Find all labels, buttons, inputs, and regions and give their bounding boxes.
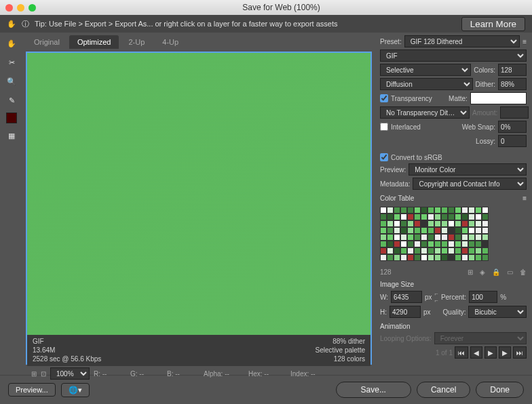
- color-swatch-cell[interactable]: [407, 234, 414, 241]
- color-swatch-cell[interactable]: [475, 220, 482, 227]
- color-swatch-cell[interactable]: [394, 247, 400, 254]
- canvas-preview[interactable]: GIF 13.64M 2528 sec @ 56.6 Kbps 88% dith…: [26, 52, 372, 365]
- color-swatch-cell[interactable]: [448, 207, 455, 214]
- color-swatch-cell[interactable]: [421, 247, 428, 254]
- color-swatch-cell[interactable]: [448, 234, 455, 241]
- color-swatch-cell[interactable]: [461, 220, 468, 227]
- preset-menu-icon[interactable]: ≡: [522, 38, 527, 45]
- color-swatch-cell[interactable]: [407, 241, 414, 247]
- color-swatch-cell[interactable]: [414, 220, 421, 227]
- cancel-button[interactable]: Cancel: [417, 382, 470, 398]
- color-swatch-cell[interactable]: [434, 227, 441, 234]
- color-table-menu-icon[interactable]: ≡: [522, 195, 527, 202]
- color-swatch-cell[interactable]: [400, 247, 407, 254]
- color-swatch-cell[interactable]: [428, 214, 434, 220]
- color-swatch-cell[interactable]: [421, 214, 428, 220]
- color-swatch-cell[interactable]: [400, 220, 407, 227]
- color-swatch-cell[interactable]: [400, 241, 407, 247]
- new-color-icon[interactable]: ▭: [507, 268, 513, 276]
- color-swatch-cell[interactable]: [441, 234, 448, 241]
- color-swatch-cell[interactable]: [455, 247, 461, 254]
- color-swatch-cell[interactable]: [380, 220, 387, 227]
- link-dimensions-icon[interactable]: ⌐⌐: [435, 290, 438, 304]
- color-swatch-cell[interactable]: [455, 254, 461, 261]
- color-swatch-cell[interactable]: [441, 214, 448, 220]
- metadata-select[interactable]: Copyright and Contact Info: [413, 178, 527, 190]
- color-swatch-cell[interactable]: [434, 214, 441, 220]
- color-swatch-cell[interactable]: [414, 247, 421, 254]
- color-swatch-cell[interactable]: [482, 241, 489, 247]
- preview-select[interactable]: Monitor Color: [408, 163, 527, 176]
- color-swatch-cell[interactable]: [407, 254, 414, 261]
- color-swatch-cell[interactable]: [455, 214, 461, 220]
- color-swatch-cell[interactable]: [468, 234, 475, 241]
- color-swatch-cell[interactable]: [468, 227, 475, 234]
- srgb-checkbox[interactable]: [380, 153, 388, 161]
- color-swatch-cell[interactable]: [475, 241, 482, 247]
- color-swatch-cell[interactable]: [428, 227, 434, 234]
- color-swatch-cell[interactable]: [394, 227, 400, 234]
- color-swatch-cell[interactable]: [468, 247, 475, 254]
- color-swatch-cell[interactable]: [421, 234, 428, 241]
- color-swatch-cell[interactable]: [400, 254, 407, 261]
- color-swatch-cell[interactable]: [428, 220, 434, 227]
- color-swatch-cell[interactable]: [482, 207, 489, 214]
- color-swatch-cell[interactable]: [468, 214, 475, 220]
- color-swatch-cell[interactable]: [468, 254, 475, 261]
- colors-input[interactable]: [498, 64, 527, 76]
- color-swatch-cell[interactable]: [482, 234, 489, 241]
- color-swatch-cell[interactable]: [400, 227, 407, 234]
- color-swatch-cell[interactable]: [434, 220, 441, 227]
- color-swatch-cell[interactable]: [475, 207, 482, 214]
- color-swatch-cell[interactable]: [441, 254, 448, 261]
- color-swatch-cell[interactable]: [387, 254, 394, 261]
- color-swatch-cell[interactable]: [461, 207, 468, 214]
- close-window-icon[interactable]: [5, 4, 13, 12]
- color-swatch-cell[interactable]: [394, 214, 400, 220]
- color-swatch-cell[interactable]: [387, 234, 394, 241]
- color-swatch-cell[interactable]: [407, 207, 414, 214]
- tab-optimized[interactable]: Optimized: [69, 35, 119, 49]
- color-swatch-cell[interactable]: [428, 254, 434, 261]
- color-swatch-cell[interactable]: [394, 241, 400, 247]
- color-swatch-cell[interactable]: [434, 247, 441, 254]
- preview-button[interactable]: Preview...: [8, 383, 56, 397]
- color-swatch-cell[interactable]: [407, 220, 414, 227]
- color-swatch-cell[interactable]: [414, 241, 421, 247]
- color-swatch-cell[interactable]: [448, 220, 455, 227]
- color-swatch-cell[interactable]: [434, 241, 441, 247]
- color-swatch-cell[interactable]: [455, 234, 461, 241]
- color-swatch-cell[interactable]: [428, 234, 434, 241]
- color-swatch[interactable]: [6, 113, 17, 123]
- color-swatch-cell[interactable]: [414, 227, 421, 234]
- color-swatch-cell[interactable]: [380, 214, 387, 220]
- color-swatch-cell[interactable]: [461, 227, 468, 234]
- color-swatch-cell[interactable]: [455, 241, 461, 247]
- color-swatch-cell[interactable]: [387, 214, 394, 220]
- trash-icon[interactable]: 🗑: [520, 268, 527, 276]
- color-swatch-cell[interactable]: [482, 214, 489, 220]
- slice-tool-icon[interactable]: ✂: [5, 56, 18, 69]
- color-swatch-cell[interactable]: [387, 247, 394, 254]
- learn-more-button[interactable]: Learn More: [461, 17, 525, 31]
- color-swatch-cell[interactable]: [455, 227, 461, 234]
- color-swatch-cell[interactable]: [380, 247, 387, 254]
- color-swatch-cell[interactable]: [482, 254, 489, 261]
- color-swatch-cell[interactable]: [414, 214, 421, 220]
- color-swatch-cell[interactable]: [400, 214, 407, 220]
- color-swatch-cell[interactable]: [380, 227, 387, 234]
- tab-4up[interactable]: 4-Up: [154, 35, 187, 49]
- minimize-window-icon[interactable]: [17, 4, 24, 12]
- reduction-select[interactable]: Selective: [380, 64, 471, 76]
- color-swatch-cell[interactable]: [475, 227, 482, 234]
- color-swatch-cell[interactable]: [387, 220, 394, 227]
- color-swatch-cell[interactable]: [428, 241, 434, 247]
- color-swatch-cell[interactable]: [468, 220, 475, 227]
- color-swatch-cell[interactable]: [461, 254, 468, 261]
- color-swatch-cell[interactable]: [394, 234, 400, 241]
- quality-select[interactable]: Bicubic: [468, 306, 527, 318]
- color-swatch-cell[interactable]: [468, 207, 475, 214]
- zoom-window-icon[interactable]: [28, 4, 36, 12]
- color-swatch-cell[interactable]: [441, 227, 448, 234]
- color-swatch-cell[interactable]: [475, 234, 482, 241]
